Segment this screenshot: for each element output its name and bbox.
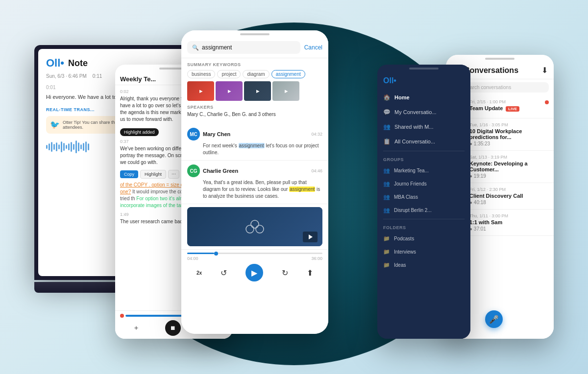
wave-bar: [61, 141, 62, 152]
wave-bar: [53, 144, 55, 150]
nav-logo: Oll•: [383, 76, 396, 85]
nav-phone-inner: Oll• 🏠 Home 💬 My Conversatio... 👥 Shared…: [377, 65, 470, 339]
search-input-box[interactable]: 🔍 assignment: [187, 41, 300, 54]
conv-item-date-5: Thu, 1/11 · 3:00 PM: [469, 213, 549, 218]
nav-group-1-label: Marketing Tea...: [394, 168, 429, 173]
conv-item-mary: MC Mary Chen 04:32 For next week's assig…: [181, 124, 328, 161]
nav-home-label: Home: [394, 94, 410, 100]
group-icon-2: 👥: [383, 181, 390, 187]
nav-folder-interviews[interactable]: 📁 Interviews: [377, 245, 470, 258]
wave-bar: [85, 141, 87, 152]
conv-item-date-1: Fri, 2/15 · 1:00 PM: [469, 99, 541, 104]
speed-button[interactable]: 2x: [196, 270, 202, 276]
svg-point-0: [246, 225, 254, 233]
nav-item-all-conv[interactable]: 📋 All Conversatio...: [377, 134, 470, 149]
search-bar-row: 🔍 assignment Cancel: [181, 37, 328, 58]
thumb-2: ▶: [216, 81, 243, 101]
conv-search-placeholder: Search conversations: [464, 85, 511, 90]
copy-button[interactable]: Copy: [120, 170, 138, 178]
nav-folder-ideas[interactable]: 📁 Ideas: [377, 258, 470, 272]
avatar-mary: MC: [187, 128, 200, 140]
player-times: 04:00 36:00: [187, 256, 322, 261]
nav-phone: Oll• 🏠 Home 💬 My Conversatio... 👥 Shared…: [377, 65, 470, 339]
highlight-button[interactable]: Highlight: [140, 170, 166, 179]
nav-folder-2-label: Interviews: [394, 249, 416, 255]
rewind-icon[interactable]: ↺: [220, 268, 227, 278]
keyword-tag[interactable]: diagram: [243, 70, 269, 78]
conv-item-date-3: Sat, 1/13 · 3:19 PM: [469, 155, 549, 160]
nav-folder-podcasts[interactable]: 📁 Podcasts: [377, 232, 470, 245]
laptop-note-title: Note: [68, 58, 88, 69]
conv-item-sub-4: ● 40:18: [469, 200, 549, 205]
svg-point-2: [256, 225, 264, 233]
conv-item-sub-5: ● 37:01: [469, 226, 549, 232]
folder-icon-3: 📁: [383, 262, 390, 268]
keyword-tag[interactable]: project: [217, 70, 241, 78]
wave-bar: [51, 142, 52, 152]
nav-item-shared[interactable]: 👥 Shared with M...: [377, 119, 470, 134]
more-button[interactable]: ⋯: [168, 170, 179, 179]
audio-player: 04:00 36:00 2x ↺ ▶ ↻ ⬆: [181, 249, 328, 284]
conv-item-body-3: Sat, 1/13 · 3:19 PM Keynote: Developing …: [469, 155, 549, 179]
player-end: 36:00: [311, 256, 322, 261]
share-icon[interactable]: ⬆: [307, 268, 313, 278]
conv-item-title-3: Keynote: Developing a Customer...: [469, 161, 549, 172]
nav-group-3-label: MBA Class: [394, 194, 418, 200]
folders-label: FOLDERS: [377, 221, 470, 232]
groups-label: GROUPS: [377, 153, 470, 164]
nav-shared-label: Shared with M...: [394, 124, 433, 130]
divider-1: [383, 151, 465, 151]
nav-group-disrupt[interactable]: 👥 Disrupt Berlin 2...: [377, 204, 470, 217]
tc-pause[interactable]: ⏹: [165, 320, 181, 336]
conv-item-title-1: Team Update: [469, 105, 503, 111]
group-icon-3: 👥: [383, 194, 390, 200]
conv-text-charlie: Yea, that's a great idea. Ben, please pu…: [187, 179, 322, 200]
devices-container: Oll• Note Sun, 6/3 · 6:46 PM 0:11 0:01 H…: [24, 16, 564, 358]
group-icon-1: 👥: [383, 167, 390, 174]
note-duration: 0:11: [93, 73, 102, 79]
thumb-1: ▶: [187, 81, 214, 101]
wave-bar: [56, 142, 57, 151]
forward-icon[interactable]: ↻: [282, 268, 288, 278]
conv-time-mary: 04:32: [311, 132, 322, 137]
wave-bar: [63, 143, 65, 151]
speakers-text: Mary C., Charlie G., Ben G. and 3 others: [187, 112, 322, 117]
player-progress: [187, 253, 322, 254]
play-button[interactable]: ▶: [245, 264, 263, 281]
all-conv-icon: 📋: [383, 138, 391, 145]
folder-icon-1: 📁: [383, 235, 390, 242]
nav-group-marketing[interactable]: 👥 Marketing Tea...: [377, 164, 470, 177]
live-indicator: [545, 100, 549, 104]
live-badge: LIVE: [506, 106, 519, 112]
download-icon[interactable]: ⬇: [541, 66, 548, 75]
laptop-otter-logo: Oll•: [46, 57, 64, 70]
thumbnail-row: ▶ ▶ ▶ ▶: [187, 81, 322, 101]
nav-item-my-conv[interactable]: 💬 My Conversatio...: [377, 105, 470, 119]
cancel-button[interactable]: Cancel: [304, 44, 322, 51]
svg-point-1: [251, 220, 259, 228]
note-date: Sun, 6/3 · 6:46 PM: [46, 73, 87, 79]
group-icon-4: 👥: [383, 207, 390, 213]
conv-item-title-2: 10 Digital Workplace predictions for...: [469, 128, 549, 140]
avatar-charlie: CG: [187, 164, 200, 177]
wave-bar: [71, 142, 72, 152]
speakers-label: SPEAKERS: [187, 105, 322, 110]
conv-text-mary: For next week's assignment let's focus o…: [187, 142, 322, 156]
wave-bar: [78, 142, 79, 151]
keyword-tag[interactable]: business: [187, 70, 215, 78]
mic-fab[interactable]: 🎤: [485, 310, 503, 328]
wave-bar: [83, 143, 84, 151]
conv-item-title-5: 1:1 with Sam: [469, 219, 549, 225]
nav-group-mba[interactable]: 👥 MBA Class: [377, 190, 470, 204]
add-btn[interactable]: ＋: [133, 324, 140, 332]
keyword-tag-active[interactable]: assignment: [271, 70, 305, 78]
nav-item-home[interactable]: 🏠 Home: [377, 90, 470, 105]
my-conv-icon: 💬: [383, 109, 391, 116]
nav-group-journo[interactable]: 👥 Journo Friends: [377, 177, 470, 190]
keywords-section: SUMMARY KEYWORDS business project diagra…: [181, 58, 328, 124]
conv-name-mary: Mary Chen: [203, 131, 230, 137]
wave-bar: [80, 144, 82, 149]
home-icon: 🏠: [383, 94, 391, 101]
conv-item-body-5: Thu, 1/11 · 3:00 PM 1:1 with Sam ● 37:01: [469, 213, 549, 232]
nav-phone-notch: [409, 68, 439, 70]
